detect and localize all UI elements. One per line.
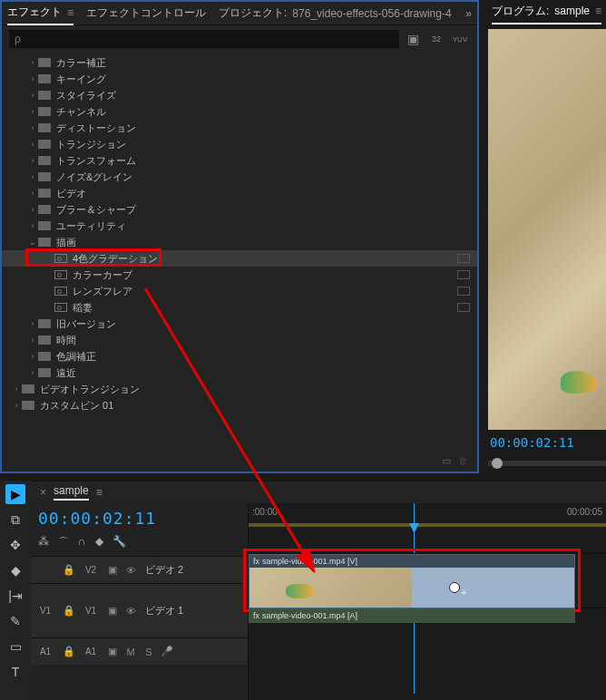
preset-icon-1[interactable]: ▣ xyxy=(403,30,423,48)
chevron-icon[interactable]: › xyxy=(27,352,38,361)
tool-button-0[interactable]: ▶ xyxy=(5,484,25,504)
lock-icon[interactable]: 🔒 xyxy=(60,605,78,617)
chevron-icon[interactable]: › xyxy=(27,368,38,377)
chevron-icon[interactable]: › xyxy=(27,221,38,230)
folder-item[interactable]: ›ディストーション xyxy=(2,120,477,136)
folder-item[interactable]: ›スタイライズ xyxy=(2,87,477,103)
folder-item[interactable]: ›ブラー＆シャープ xyxy=(2,201,477,218)
folder-item[interactable]: ›ビデオトランジション xyxy=(2,381,477,397)
toggle-output-icon[interactable]: ▣ xyxy=(103,564,122,576)
chevron-icon[interactable]: › xyxy=(27,91,38,100)
tool-button-2[interactable]: ✥ xyxy=(5,535,25,555)
folder-item[interactable]: ›カラー補正 xyxy=(2,54,477,71)
folder-item[interactable]: ›キーイング xyxy=(2,71,477,87)
preview-viewport[interactable] xyxy=(488,29,606,430)
video-clip[interactable]: fxsample-video-001.mp4 [V] xyxy=(249,554,575,608)
lock-icon[interactable]: 🔒 xyxy=(60,646,78,657)
folder-item[interactable]: ›トランジション xyxy=(2,136,477,152)
timeline-timecode[interactable]: 00:00:02:11 xyxy=(38,509,240,528)
tool-button-7[interactable]: T xyxy=(5,662,25,682)
tab-effect-controls[interactable]: エフェクトコントロール xyxy=(86,2,206,24)
hamburger-icon[interactable]: ≡ xyxy=(96,486,103,499)
wrench-icon[interactable]: 🔧 xyxy=(112,535,126,550)
effect-item[interactable]: カラーカーブ xyxy=(2,267,477,283)
effect-item[interactable]: 稲妻 xyxy=(2,299,477,316)
track-lane-v1[interactable]: fxsample-video-001.mp4 [V] xyxy=(249,554,606,608)
track-lane-a1[interactable]: fxsample-video-001.mp4 [A] xyxy=(249,608,606,636)
preset-icon-3[interactable]: YUV xyxy=(450,30,470,48)
tab-program[interactable]: プログラム: sample ≡ xyxy=(492,0,601,24)
track-header-a1[interactable]: A1 🔒 A1 ▣ M S 🎤 xyxy=(31,637,248,665)
chevron-icon[interactable]: ⌄ xyxy=(27,238,38,247)
effect-item[interactable]: 4色グラデーション xyxy=(2,250,477,267)
chevron-icon[interactable]: › xyxy=(27,74,38,83)
preview-scrubber[interactable] xyxy=(488,461,606,466)
chevron-icon[interactable]: › xyxy=(27,107,38,116)
audio-clip[interactable]: fxsample-video-001.mp4 [A] xyxy=(249,608,575,623)
chevron-icon[interactable]: › xyxy=(27,189,38,198)
link-icon[interactable]: ⌒ xyxy=(58,535,69,550)
eye-icon[interactable]: 👁 xyxy=(122,565,140,576)
toggle-output-icon[interactable]: ▣ xyxy=(103,646,122,657)
solo-button[interactable]: S xyxy=(140,647,158,657)
chevron-icon[interactable]: › xyxy=(27,205,38,214)
eye-icon[interactable]: 👁 xyxy=(122,606,140,617)
trash-icon[interactable]: 🗑 xyxy=(458,455,468,466)
folder-item[interactable]: ⌄描画 xyxy=(2,234,477,250)
tool-button-5[interactable]: ✎ xyxy=(5,611,25,631)
folder-item[interactable]: ›ユーティリティ xyxy=(2,218,477,234)
preview-timecode[interactable]: 00:00:02:11 xyxy=(488,430,606,455)
hamburger-icon[interactable]: ≡ xyxy=(595,5,601,17)
track-target-v1[interactable]: V1 xyxy=(31,606,60,616)
hamburger-icon[interactable]: ≡ xyxy=(67,6,73,19)
item-label: 旧バージョン xyxy=(56,317,116,331)
folder-item[interactable]: ›旧バージョン xyxy=(2,316,477,332)
folder-item[interactable]: ›チャンネル xyxy=(2,103,477,120)
marker-icon[interactable]: ◆ xyxy=(95,535,103,550)
folder-item[interactable]: ›色調補正 xyxy=(2,348,477,365)
close-seq-icon[interactable]: × xyxy=(40,486,46,499)
track-lane-v2[interactable] xyxy=(249,527,606,554)
mic-icon[interactable]: 🎤 xyxy=(158,646,176,657)
chevron-icon[interactable]: › xyxy=(11,384,22,394)
mute-button[interactable]: M xyxy=(122,647,140,657)
tool-button-6[interactable]: ▭ xyxy=(5,637,25,656)
chevron-icon[interactable]: › xyxy=(27,156,38,165)
tool-button-4[interactable]: |⇥ xyxy=(5,586,25,606)
tab-project[interactable]: プロジェクト: 876_video-effects-056-drawing-4 xyxy=(219,2,452,24)
magnet-icon[interactable]: ∩ xyxy=(78,535,86,550)
time-ruler[interactable]: :00:00 00:00:05 xyxy=(249,503,606,527)
effect-icon xyxy=(54,287,67,296)
chevron-icon[interactable]: › xyxy=(27,123,38,132)
scrub-handle[interactable] xyxy=(492,458,503,469)
search-input[interactable] xyxy=(9,30,399,48)
folder-item[interactable]: ›トランスフォーム xyxy=(2,152,477,169)
folder-item[interactable]: ›ノイズ&グレイン xyxy=(2,169,477,185)
chevron-icon[interactable]: › xyxy=(27,172,38,181)
folder-item[interactable]: ›ビデオ xyxy=(2,185,477,201)
chevron-icon[interactable]: › xyxy=(27,140,38,149)
chevron-icon[interactable]: › xyxy=(11,401,22,410)
preset-icon-2[interactable]: 32 xyxy=(426,30,446,48)
tool-button-3[interactable]: ◆ xyxy=(5,560,25,580)
track-header-v2[interactable]: 🔒 V2 ▣ 👁 ビデオ 2 xyxy=(31,556,248,583)
chevron-icon[interactable]: › xyxy=(27,335,38,345)
chevron-icon[interactable]: › xyxy=(27,319,38,328)
track-target-a1[interactable]: A1 xyxy=(31,647,60,656)
sequence-tab[interactable]: sample xyxy=(54,484,89,501)
timeline-tracks[interactable]: :00:00 00:00:05 fxsample-video-001.mp4 [… xyxy=(249,503,606,700)
snap-icon[interactable]: ⁂ xyxy=(38,535,49,550)
overflow-icon[interactable]: » xyxy=(465,7,472,20)
effects-tree[interactable]: ›カラー補正›キーイング›スタイライズ›チャンネル›ディストーション›トランジシ… xyxy=(2,53,477,450)
track-header-v1[interactable]: V1 🔒 V1 ▣ 👁 ビデオ 1 xyxy=(31,583,248,637)
folder-item[interactable]: ›時間 xyxy=(2,332,477,348)
tab-effects[interactable]: エフェクト ≡ xyxy=(7,1,73,25)
folder-item[interactable]: ›カスタムビン 01 xyxy=(2,397,477,413)
chevron-icon[interactable]: › xyxy=(27,58,38,67)
tool-button-1[interactable]: ⧉ xyxy=(5,510,25,530)
folder-item[interactable]: ›遠近 xyxy=(2,365,477,381)
lock-icon[interactable]: 🔒 xyxy=(60,564,78,576)
new-bin-icon[interactable]: ▭ xyxy=(442,455,451,467)
toggle-output-icon[interactable]: ▣ xyxy=(103,605,122,617)
effect-item[interactable]: レンズフレア xyxy=(2,283,477,299)
